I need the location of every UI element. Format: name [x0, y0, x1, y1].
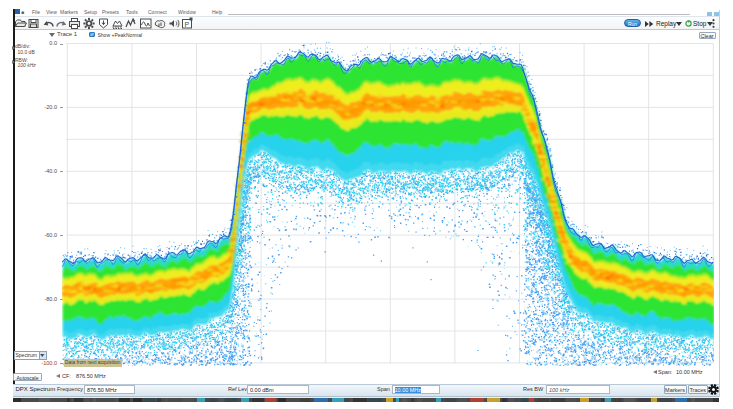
svg-text:P: P [185, 21, 190, 28]
